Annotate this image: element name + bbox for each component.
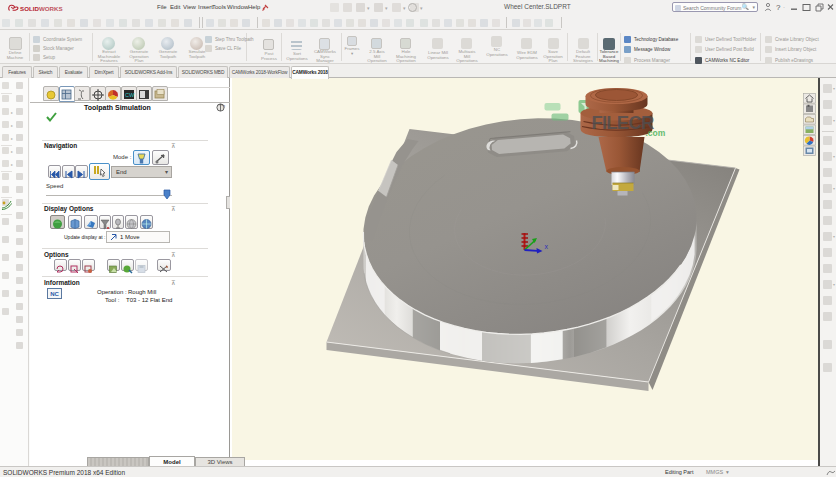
svg-text:x: x	[544, 243, 548, 250]
svg-text:.com: .com	[645, 128, 665, 138]
svg-text:·: ·	[783, 4, 785, 10]
svg-text:SOLIDWORKS: SOLIDWORKS	[20, 5, 63, 12]
svg-text:?: ?	[776, 3, 781, 12]
svg-text:CW: CW	[125, 92, 135, 98]
